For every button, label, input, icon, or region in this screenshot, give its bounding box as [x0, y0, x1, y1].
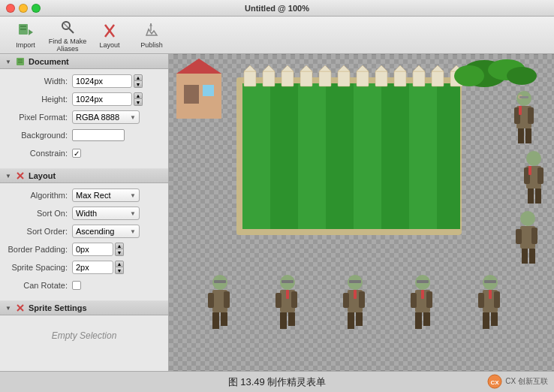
- svg-rect-122: [421, 290, 424, 299]
- svg-marker-3: [29, 29, 33, 35]
- algorithm-label: Algorithm:: [5, 191, 72, 200]
- svg-rect-2: [20, 29, 26, 30]
- toolbar: Import Find & Make Aliases Layout: [0, 17, 554, 54]
- constrain-label: Constrain:: [5, 149, 72, 158]
- sort-order-row: Sort Order: Ascending ▼: [5, 224, 164, 239]
- svg-rect-116: [491, 312, 498, 326]
- can-rotate-label: Can Rotate:: [5, 281, 72, 290]
- svg-rect-62: [203, 85, 214, 96]
- svg-rect-101: [348, 312, 354, 329]
- border-padding-input[interactable]: 0px: [72, 243, 113, 256]
- svg-rect-27: [354, 83, 381, 229]
- maximize-button[interactable]: [32, 4, 41, 13]
- svg-rect-47: [394, 71, 406, 86]
- sprite-spacing-row: Sprite Spacing: 2px ▲ ▼: [5, 260, 164, 275]
- width-row: Width: 1024px ▲ ▼: [5, 74, 164, 89]
- sprite-spacing-input[interactable]: 2px: [72, 261, 113, 274]
- sort-on-select[interactable]: Width ▼: [72, 207, 140, 220]
- sprite-settings-header[interactable]: ▼ Sprite Settings: [0, 300, 168, 315]
- svg-rect-100: [359, 291, 365, 308]
- svg-rect-35: [282, 71, 294, 86]
- svg-rect-25: [298, 83, 326, 229]
- sprite-settings-arrow-icon: ▼: [5, 304, 12, 312]
- layout-section-icon: [15, 170, 26, 181]
- watermark: CX CX 创新互联: [487, 374, 548, 389]
- background-row: Background:: [5, 128, 164, 143]
- svg-rect-119: [528, 166, 531, 175]
- svg-rect-114: [494, 291, 500, 308]
- minimize-button[interactable]: [19, 4, 28, 13]
- svg-rect-80: [531, 228, 537, 244]
- layout-section-header[interactable]: ▼ Layout: [0, 168, 168, 183]
- sprite-spacing-down[interactable]: ▼: [115, 267, 124, 274]
- svg-point-58: [454, 65, 484, 86]
- pixel-format-arrow-icon: ▼: [130, 114, 136, 121]
- svg-rect-109: [423, 312, 430, 326]
- width-up[interactable]: ▲: [134, 74, 143, 81]
- width-control: 1024px ▲ ▼: [72, 74, 164, 88]
- height-stepper[interactable]: ▲ ▼: [134, 92, 143, 106]
- constrain-row: Constrain: ✓: [5, 146, 164, 161]
- svg-rect-93: [291, 291, 297, 308]
- sprite-spacing-up[interactable]: ▲: [115, 261, 124, 267]
- sprite-spacing-stepper[interactable]: ▲ ▼: [115, 261, 124, 274]
- pixel-format-select[interactable]: RGBA 8888 ▼: [72, 110, 140, 124]
- aliases-icon: [59, 18, 77, 36]
- svg-rect-28: [381, 83, 409, 229]
- svg-rect-107: [426, 291, 432, 308]
- svg-rect-11: [18, 59, 23, 61]
- height-row: Height: 1024px ▲ ▼: [5, 92, 164, 107]
- svg-rect-51: [432, 71, 444, 86]
- layout-button[interactable]: Layout: [90, 19, 129, 52]
- height-down[interactable]: ▼: [134, 99, 143, 106]
- title-bar: Untitled @ 100%: [0, 0, 554, 17]
- canvas-area[interactable]: [169, 54, 554, 371]
- sort-order-select[interactable]: Ascending ▼: [72, 225, 140, 238]
- border-padding-down[interactable]: ▼: [115, 249, 124, 256]
- publish-button[interactable]: Publish: [132, 19, 171, 52]
- svg-rect-33: [263, 71, 275, 86]
- width-down[interactable]: ▼: [134, 81, 143, 88]
- game-canvas: [169, 54, 554, 371]
- document-section-header[interactable]: ▼ Document: [0, 54, 168, 69]
- height-input[interactable]: 1024px: [72, 92, 132, 106]
- can-rotate-checkbox[interactable]: [72, 281, 81, 290]
- svg-rect-66: [528, 107, 534, 124]
- width-input[interactable]: 1024px: [72, 74, 132, 88]
- svg-rect-67: [518, 128, 524, 143]
- pixel-format-label: Pixel Format:: [5, 113, 72, 122]
- svg-rect-108: [415, 312, 422, 329]
- border-padding-up[interactable]: ▲: [115, 243, 124, 249]
- svg-rect-37: [300, 71, 312, 86]
- status-bar: 图 13.49 制作精灵表单 CX CX 创新互联: [0, 371, 554, 392]
- document-icon: [15, 56, 26, 67]
- svg-rect-87: [212, 312, 219, 329]
- border-padding-row: Border Padding: 0px ▲ ▼: [5, 242, 164, 257]
- background-color-picker[interactable]: [72, 129, 125, 141]
- svg-rect-24: [270, 83, 298, 229]
- svg-rect-85: [208, 293, 214, 308]
- border-padding-stepper[interactable]: ▲ ▼: [115, 243, 124, 256]
- height-up[interactable]: ▲: [134, 92, 143, 99]
- import-button[interactable]: Import: [6, 19, 45, 52]
- width-stepper[interactable]: ▲ ▼: [134, 74, 143, 88]
- svg-point-57: [507, 67, 537, 85]
- sprite-settings-icon: [15, 303, 26, 313]
- height-control: 1024px ▲ ▼: [72, 92, 164, 106]
- document-arrow-icon: ▼: [5, 58, 12, 65]
- constrain-checkbox[interactable]: ✓: [72, 149, 81, 158]
- svg-rect-110: [417, 280, 429, 283]
- svg-rect-79: [516, 229, 522, 244]
- layout-section-content: Algorithm: Max Rect ▼ Sort On: Width ▼: [0, 183, 168, 300]
- svg-rect-89: [214, 280, 226, 283]
- svg-rect-49: [413, 71, 425, 86]
- find-make-aliases-button[interactable]: Find & Make Aliases: [48, 19, 87, 52]
- svg-rect-70: [519, 96, 528, 98]
- background-control: [72, 129, 164, 141]
- sort-order-label: Sort Order:: [5, 227, 72, 236]
- algorithm-select[interactable]: Max Rect ▼: [72, 188, 140, 202]
- svg-rect-92: [275, 293, 282, 308]
- window-controls[interactable]: [6, 4, 41, 13]
- can-rotate-row: Can Rotate:: [5, 278, 164, 293]
- close-button[interactable]: [6, 4, 15, 13]
